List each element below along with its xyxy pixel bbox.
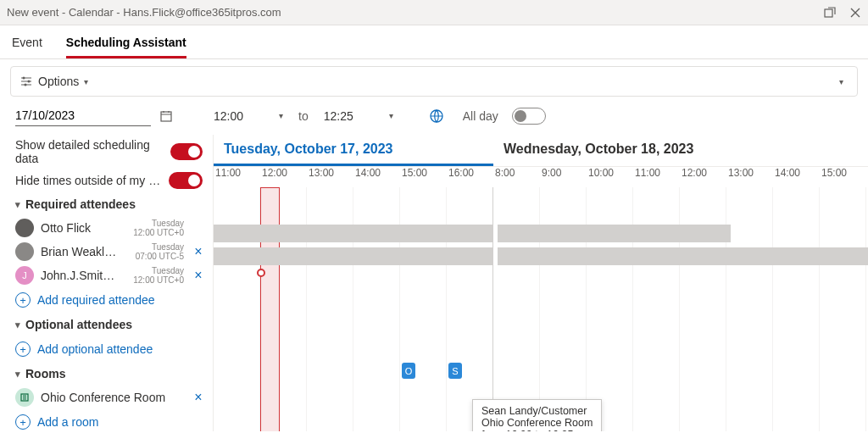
- svg-rect-4: [161, 112, 171, 121]
- setting-hide-times-label: Hide times outside of my me…: [15, 174, 168, 187]
- section-rooms[interactable]: ▾ Rooms: [0, 362, 213, 386]
- chevron-down-icon: ▾: [15, 369, 20, 380]
- chevron-down-icon: ▾: [15, 319, 20, 330]
- hide-times-toggle[interactable]: [169, 172, 203, 189]
- end-time-dropdown[interactable]: 12:25 ▾: [317, 108, 400, 125]
- titlebar: New event - Calendar - Hans.Flick@office…: [0, 0, 868, 25]
- hour-label: 11:00: [214, 167, 260, 187]
- options-button[interactable]: Options ▾: [19, 75, 88, 88]
- timeline-row-optional-header: [214, 291, 868, 314]
- day-header-2[interactable]: Wednesday, October 18, 2023: [493, 135, 704, 166]
- popout-icon[interactable]: [824, 7, 836, 19]
- event-chip-s[interactable]: S: [448, 363, 462, 379]
- avatar: J: [15, 266, 34, 285]
- hour-label: 13:00: [307, 167, 353, 187]
- svg-point-3: [25, 84, 27, 86]
- plus-icon: +: [15, 292, 31, 308]
- svg-rect-0: [825, 9, 832, 17]
- section-required-attendees[interactable]: ▾ Required attendees: [0, 192, 213, 216]
- busy-block: [498, 247, 868, 265]
- start-time-value: 12:00: [214, 109, 243, 123]
- room-name: Ohio Conference Room: [41, 391, 184, 404]
- setting-show-detailed: Show detailed scheduling data: [0, 135, 213, 169]
- hour-label: 13:00: [726, 167, 773, 187]
- timeline-row-add-optional: [214, 314, 868, 336]
- tabs: Event Scheduling Assistant: [0, 25, 868, 59]
- hour-label: 15:00: [400, 167, 447, 187]
- timezone-icon[interactable]: [429, 108, 444, 124]
- setting-hide-times: Hide times outside of my me…: [0, 169, 213, 192]
- busy-block: [214, 247, 493, 265]
- tab-event[interactable]: Event: [12, 31, 42, 58]
- attendee-tz: Tuesday 12:00 UTC+0: [125, 219, 184, 237]
- add-room-label: Add a room: [37, 415, 98, 429]
- room-icon: [15, 388, 34, 407]
- add-required-attendee[interactable]: + Add required attendee: [0, 287, 213, 313]
- options-bar[interactable]: Options ▾ ▾: [10, 66, 858, 97]
- attendee-row[interactable]: Brian Weakliam (O… Tuesday 07:00 UTC-5 ×: [0, 240, 213, 264]
- calendar-icon[interactable]: [159, 109, 173, 123]
- hour-label: 12:00: [680, 167, 726, 187]
- setting-show-detailed-label: Show detailed scheduling data: [15, 138, 170, 165]
- room-row[interactable]: Ohio Conference Room ×: [0, 386, 213, 409]
- options-expand-chevron[interactable]: ▾: [834, 72, 849, 92]
- add-optional-label: Add optional attendee: [37, 342, 153, 356]
- hour-label: 12:00: [260, 167, 307, 187]
- tab-scheduling-assistant[interactable]: Scheduling Assistant: [66, 31, 186, 58]
- timeline-row-brian: [214, 222, 868, 245]
- event-chip-o[interactable]: O: [402, 363, 415, 379]
- timeline-row-ohio-room: O S: [214, 359, 868, 382]
- attendee-name: John.J.Smith@am…: [41, 269, 118, 282]
- window: New event - Calendar - Hans.Flick@office…: [0, 0, 868, 433]
- attendee-tz: Tuesday 12:00 UTC+0: [125, 266, 184, 285]
- hour-label: 11:00: [633, 167, 680, 187]
- chevron-down-icon: ▾: [279, 111, 283, 120]
- section-required-label: Required attendees: [25, 197, 136, 211]
- add-room[interactable]: + Add a room: [0, 409, 213, 433]
- attendee-name: Brian Weakliam (O…: [41, 245, 118, 258]
- avatar: [15, 219, 34, 237]
- window-controls: [824, 7, 861, 19]
- timeline-row-john: [214, 245, 868, 268]
- remove-attendee-button[interactable]: ×: [191, 244, 206, 259]
- add-optional-attendee[interactable]: + Add optional attendee: [0, 336, 213, 362]
- day-header-1[interactable]: Tuesday, October 17, 2023: [214, 135, 493, 166]
- day-headers: Tuesday, October 17, 2023 Wednesday, Oct…: [214, 135, 868, 167]
- avatar: [15, 242, 34, 261]
- date-time-row: 12:00 ▾ to 12:25 ▾ All day: [0, 102, 868, 135]
- close-icon[interactable]: [849, 7, 861, 19]
- window-title: New event - Calendar - Hans.Flick@office…: [7, 6, 281, 19]
- chevron-down-icon: ▾: [389, 111, 393, 120]
- date-input[interactable]: [15, 105, 151, 126]
- main: Show detailed scheduling data Hide times…: [0, 135, 868, 431]
- remove-attendee-button[interactable]: ×: [191, 268, 206, 283]
- remove-room-button[interactable]: ×: [191, 390, 206, 405]
- end-time-value: 12:25: [324, 109, 353, 123]
- section-optional-attendees[interactable]: ▾ Optional attendees: [0, 313, 213, 336]
- all-day-toggle[interactable]: [512, 108, 546, 125]
- timeline-row-otto: [214, 199, 868, 222]
- plus-icon: +: [15, 341, 31, 357]
- section-rooms-label: Rooms: [25, 367, 65, 380]
- timeline-grid[interactable]: O S Sean Landy/Customer Ohio Conference …: [214, 187, 868, 431]
- show-detailed-toggle[interactable]: [170, 143, 203, 160]
- svg-point-1: [23, 77, 25, 80]
- hour-label: 16:00: [447, 167, 493, 187]
- event-tooltip: Sean Landy/Customer Ohio Conference Room…: [472, 399, 602, 431]
- attendee-tz: Tuesday 07:00 UTC-5: [125, 242, 184, 261]
- left-panel: Show detailed scheduling data Hide times…: [0, 135, 214, 431]
- plus-icon: +: [15, 414, 31, 430]
- attendee-row[interactable]: J John.J.Smith@am… Tuesday 12:00 UTC+0 ×: [0, 264, 213, 287]
- hour-label: 10:00: [587, 167, 633, 187]
- hour-label: 14:00: [773, 167, 820, 187]
- hour-label: 9:00: [540, 167, 587, 187]
- attendee-row[interactable]: Otto Flick Tuesday 12:00 UTC+0: [0, 216, 213, 240]
- start-time-dropdown[interactable]: 12:00 ▾: [207, 108, 290, 125]
- svg-point-2: [28, 80, 31, 83]
- busy-block: [498, 225, 731, 242]
- options-icon: [19, 75, 33, 88]
- options-label: Options: [38, 75, 79, 88]
- hour-label: 14:00: [353, 167, 400, 187]
- chevron-down-icon: ▾: [84, 77, 88, 86]
- all-day-label: All day: [463, 109, 498, 123]
